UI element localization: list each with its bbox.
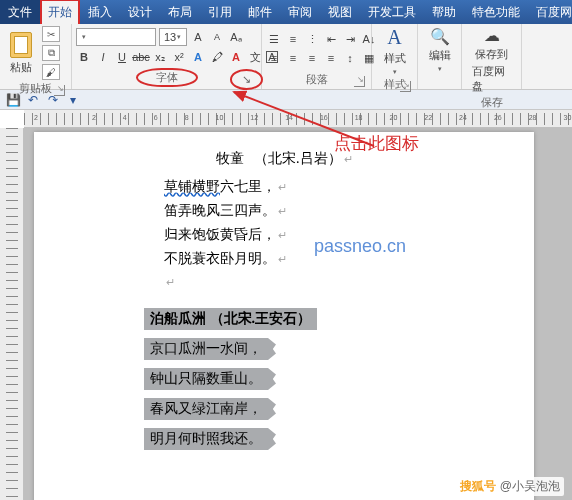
justify-button[interactable]: ≡ <box>323 50 339 66</box>
document-area: 牧童 （北宋.吕岩）↵ 草铺横野六七里，↵ 笛弄晚风三四声。↵ 归来饱饭黄昏后，… <box>0 128 572 500</box>
clear-format-button[interactable]: Aₐ <box>228 29 244 45</box>
font-size-value: 13 <box>164 31 176 43</box>
styles-label: 样式 <box>384 51 406 66</box>
clipboard-launcher[interactable]: ↘ <box>54 85 65 96</box>
ruler-horizontal[interactable]: 2246810121416182022242628303234363840 <box>24 110 572 128</box>
save-group-label: 保存 <box>481 96 503 108</box>
save-label-2: 百度网盘 <box>472 64 512 94</box>
poem-line: 归来饱饭黄昏后，↵ <box>64 226 504 244</box>
selection-block: 泊船瓜洲 （北宋.王安石） 京口瓜洲一水间， 钟山只隔数重山。 春风又绿江南岸，… <box>144 304 344 454</box>
credit-source: 搜狐号 <box>460 479 496 493</box>
tab-layout[interactable]: 布局 <box>160 0 200 24</box>
shrink-font-button[interactable]: A <box>209 29 225 45</box>
group-paragraph: ☰ ≡ ⋮ ⇤ ⇥ A↓ ≡ ≡ ≡ ≡ ↕ ▦ 段落 ↘ <box>262 24 372 89</box>
ruler-numbers: 2246810121416182022242628303234363840 <box>24 114 572 121</box>
clipboard-group-label: 剪贴板 <box>19 82 52 94</box>
font-size-combo[interactable]: 13▾ <box>159 28 187 46</box>
multilevel-button[interactable]: ⋮ <box>304 31 320 47</box>
align-left-button[interactable]: ≡ <box>266 50 282 66</box>
ribbon: 粘贴 ✂ ⧉ 🖌 剪贴板 ↘ ▾ 13▾ <box>0 24 572 90</box>
tab-netdisk[interactable]: 百度网盘 <box>528 0 572 24</box>
styles-launcher[interactable]: ↘ <box>400 81 411 92</box>
underline-button[interactable]: U <box>114 49 130 65</box>
group-editing: 🔍 编辑▾ <box>418 24 462 89</box>
page[interactable]: 牧童 （北宋.吕岩）↵ 草铺横野六七里，↵ 笛弄晚风三四声。↵ 归来饱饭黄昏后，… <box>34 132 534 500</box>
group-save-netdisk: ☁ 保存到 百度网盘 保存 <box>462 24 522 89</box>
save-netdisk-button[interactable]: ☁ 保存到 百度网盘 <box>472 26 512 94</box>
poem-line: 草铺横野六七里，↵ <box>64 178 504 196</box>
italic-button[interactable]: I <box>95 49 111 65</box>
line-spacing-button[interactable]: ↕ <box>342 50 358 66</box>
poem-line: 不脱蓑衣卧月明。↵ <box>64 250 504 268</box>
font-color-button[interactable]: A <box>228 49 244 65</box>
align-right-button[interactable]: ≡ <box>304 50 320 66</box>
tab-view[interactable]: 视图 <box>320 0 360 24</box>
paragraph-launcher[interactable]: ↘ <box>354 76 365 87</box>
tab-strip: 文件 开始 插入 设计 布局 引用 邮件 审阅 视图 开发工具 帮助 特色功能 … <box>0 0 572 24</box>
font-dialog-launcher[interactable]: ↘ <box>230 69 263 90</box>
font-name-combo[interactable]: ▾ <box>76 28 156 46</box>
selection-line: 春风又绿江南岸， <box>144 398 268 420</box>
save-label-1: 保存到 <box>475 47 508 62</box>
group-clipboard: 粘贴 ✂ ⧉ 🖌 剪贴板 ↘ <box>0 24 72 89</box>
selection-line: 钟山只隔数重山。 <box>144 368 268 390</box>
poem-line: 笛弄晚风三四声。↵ <box>64 202 504 220</box>
superscript-button[interactable]: x² <box>171 49 187 65</box>
increase-indent-button[interactable]: ⇥ <box>342 31 358 47</box>
paragraph-group-label: 段落 <box>306 73 328 85</box>
tab-design[interactable]: 设计 <box>120 0 160 24</box>
tab-mail[interactable]: 邮件 <box>240 0 280 24</box>
grow-font-button[interactable]: A <box>190 29 206 45</box>
styles-icon: A <box>387 26 401 49</box>
paste-label: 粘贴 <box>10 60 32 75</box>
align-center-button[interactable]: ≡ <box>285 50 301 66</box>
credit-footer: 搜狐号@小吴泡泡 <box>456 477 564 496</box>
paste-icon <box>10 32 32 58</box>
bullets-button[interactable]: ☰ <box>266 31 282 47</box>
copy-button[interactable]: ⧉ <box>42 45 60 61</box>
tab-special[interactable]: 特色功能 <box>464 0 528 24</box>
ruler-vertical[interactable] <box>0 128 24 500</box>
credit-user: @小吴泡泡 <box>500 479 560 493</box>
strike-button[interactable]: abc <box>133 49 149 65</box>
subscript-button[interactable]: x₂ <box>152 49 168 65</box>
styles-button[interactable]: A 样式▾ <box>376 26 413 76</box>
editing-button[interactable]: 🔍 编辑▾ <box>422 27 457 73</box>
tab-insert[interactable]: 插入 <box>80 0 120 24</box>
format-painter-button[interactable]: 🖌 <box>42 64 60 80</box>
editing-label: 编辑 <box>429 48 451 63</box>
phonetic-guide-button[interactable]: 文 <box>247 49 263 65</box>
blank-line: ↵ <box>64 274 504 290</box>
group-font: ▾ 13▾ A A Aₐ B I U abc x₂ x² A <box>72 24 262 89</box>
decrease-indent-button[interactable]: ⇤ <box>323 31 339 47</box>
highlight-button[interactable]: 🖍 <box>209 49 225 65</box>
cut-button[interactable]: ✂ <box>42 26 60 42</box>
bold-button[interactable]: B <box>76 49 92 65</box>
font-group-label: 字体 <box>136 68 198 87</box>
cloud-save-icon: ☁ <box>484 26 500 45</box>
poem-title: 牧童 （北宋.吕岩）↵ <box>64 150 504 168</box>
find-icon: 🔍 <box>430 27 450 46</box>
tab-file[interactable]: 文件 <box>0 0 40 24</box>
tab-home[interactable]: 开始 <box>40 0 80 24</box>
tab-review[interactable]: 审阅 <box>280 0 320 24</box>
text-effects-button[interactable]: A <box>190 49 206 65</box>
group-styles: A 样式▾ 样式 ↘ <box>372 24 418 89</box>
selection-line: 京口瓜洲一水间， <box>144 338 268 360</box>
selection-line: 明月何时照我还。 <box>144 428 268 450</box>
tab-help[interactable]: 帮助 <box>424 0 464 24</box>
tab-devtools[interactable]: 开发工具 <box>360 0 424 24</box>
qat-customize-icon[interactable]: ▾ <box>66 93 80 107</box>
paste-button[interactable]: 粘贴 <box>4 32 38 75</box>
numbering-button[interactable]: ≡ <box>285 31 301 47</box>
selection-title: 泊船瓜洲 （北宋.王安石） <box>144 308 317 330</box>
tab-references[interactable]: 引用 <box>200 0 240 24</box>
